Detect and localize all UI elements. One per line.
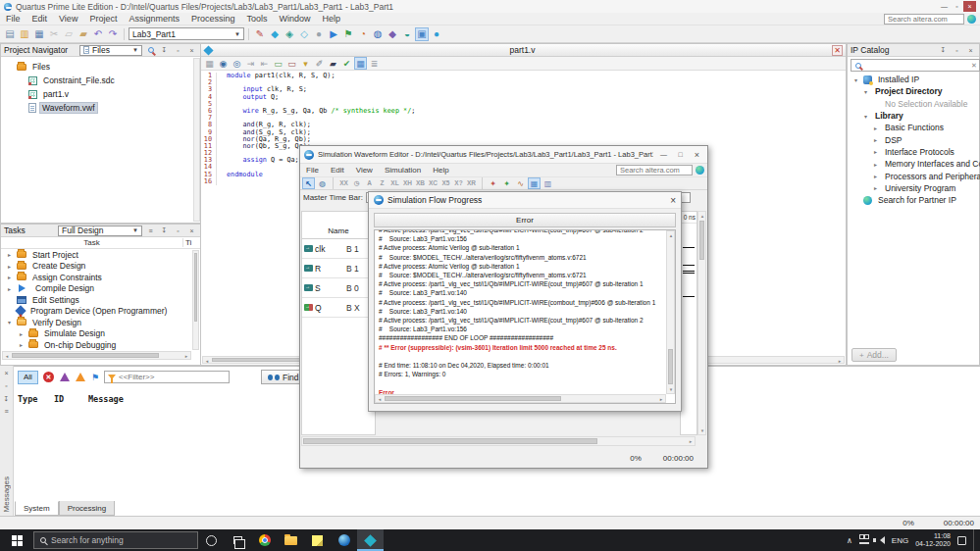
add-ip-button[interactable]: + Add... <box>851 348 897 362</box>
network-icon[interactable] <box>859 537 869 544</box>
float-icon[interactable]: ▫ <box>173 225 183 236</box>
taskbar-app-waveform-editor[interactable] <box>357 529 384 551</box>
save-file-icon[interactable]: ▦ <box>203 57 216 70</box>
signal-row-Q[interactable]: QB X <box>302 298 375 318</box>
globe-icon[interactable] <box>967 15 976 24</box>
tree-item-start-project[interactable]: ▸Start Project <box>1 249 200 261</box>
filter-errors-button[interactable]: ✕ <box>42 371 55 384</box>
tree-item-library[interactable]: ▾Library <box>848 110 979 122</box>
replace-icon[interactable]: ◎ <box>231 57 243 70</box>
undo-icon[interactable]: ↶ <box>91 27 105 41</box>
expand-arrow-icon[interactable]: ▸ <box>6 251 13 258</box>
close-button[interactable]: × <box>691 149 703 160</box>
menu-help[interactable]: Help <box>317 13 347 25</box>
clock[interactable]: 11:08 04-12-2020 <box>915 532 951 548</box>
menu-file[interactable]: File <box>0 13 26 25</box>
altera-search-input[interactable] <box>884 14 964 25</box>
menu-tools[interactable]: Tools <box>240 13 273 25</box>
new-file-icon[interactable]: ▤ <box>3 27 17 41</box>
tree-item-processors-and-peripherals[interactable]: ▸Processors and Peripherals <box>848 170 979 181</box>
expand-arrow-icon[interactable]: ▸ <box>6 285 13 292</box>
filter-all-button[interactable]: All <box>18 371 38 384</box>
close-button[interactable]: × <box>963 1 976 12</box>
tree-item-files[interactable]: Files <box>1 60 200 74</box>
tree-item-program-device-open-programmer-[interactable]: Program Device (Open Programmer) <box>1 306 200 318</box>
chat-icon[interactable]: ● <box>430 27 443 41</box>
tree-item-no-selection-available[interactable]: No Selection Available <box>848 98 979 110</box>
force-value-tool-icon[interactable]: XC <box>427 179 439 187</box>
float-icon[interactable]: ▫ <box>1 380 12 391</box>
eda-netlist-icon[interactable]: ◆ <box>386 27 399 41</box>
signal-row-clk[interactable]: clkB 1 <box>302 239 375 259</box>
uncomment-icon[interactable]: ▭ <box>285 57 298 70</box>
filter-critical-warnings-button[interactable] <box>59 371 71 384</box>
clear-search-icon[interactable]: ✕ <box>971 62 977 70</box>
console-vscrollbar[interactable]: ▴ ▾ <box>666 230 675 394</box>
pin-icon[interactable]: ↧ <box>159 225 170 236</box>
attach-icon[interactable]: ✐ <box>313 57 326 70</box>
tree-item-basic-functions[interactable]: ▸Basic Functions <box>848 122 979 133</box>
signal-row-S[interactable]: SB 0 <box>302 278 375 298</box>
menu-window[interactable]: Window <box>273 13 316 25</box>
force-value-tool-icon[interactable]: X5 <box>439 179 452 187</box>
menu-file[interactable]: File <box>300 164 325 176</box>
expand-arrow-icon[interactable]: ▾ <box>862 113 869 120</box>
analyze-file-icon[interactable]: ✔ <box>340 57 353 70</box>
expand-arrow-icon[interactable]: ▾ <box>6 319 13 326</box>
expand-arrow-icon[interactable]: ▸ <box>872 148 879 155</box>
minimize-button[interactable]: — <box>938 1 951 12</box>
netlist-viewer-icon[interactable]: ● <box>312 27 326 41</box>
dialog-titlebar[interactable]: Simulation Flow Progress × <box>369 192 681 209</box>
float-icon[interactable]: ▫ <box>173 45 183 56</box>
tab-system[interactable]: System <box>15 501 59 516</box>
taskbar-app-quartus[interactable] <box>331 529 357 551</box>
close-dialog-icon[interactable]: × <box>670 195 676 206</box>
code-line[interactable]: 6 wire R_g, S_g, Qa, Qb /* synthesis kee… <box>201 108 846 115</box>
force-value-tool-icon[interactable]: ◷ <box>350 179 363 187</box>
tasks-flow-select[interactable]: Full Design▼ <box>58 225 142 236</box>
assignment-editor-icon[interactable]: ◆ <box>268 27 282 41</box>
altera-search-input[interactable] <box>616 165 693 175</box>
expand-arrow-icon[interactable]: ▸ <box>872 173 879 179</box>
programmer-icon[interactable]: ◍ <box>371 27 385 41</box>
wave-titlebar[interactable]: Simulation Waveform Editor - D:/Intel/Qu… <box>300 146 707 164</box>
close-tab-icon[interactable]: ✕ <box>832 45 843 56</box>
expand-arrow-icon[interactable]: ▾ <box>862 88 869 95</box>
force-value-tool-icon[interactable]: X? <box>452 179 465 187</box>
redo-icon[interactable]: ↷ <box>106 27 120 41</box>
select-tool-icon[interactable]: ↖ <box>302 177 315 189</box>
ip-search-input[interactable] <box>863 61 971 70</box>
expand-arrow-icon[interactable]: ▸ <box>6 274 13 280</box>
force-value-tool-icon[interactable]: XX <box>337 179 350 187</box>
menu-project[interactable]: Project <box>83 13 123 25</box>
analysis-synthesis-icon[interactable]: ⚑ <box>341 27 355 41</box>
find-icon[interactable]: ◉ <box>217 57 230 70</box>
filter-info-button[interactable]: ⚑ <box>90 371 100 384</box>
wave-hscrollbar[interactable]: ▸ <box>301 436 696 446</box>
waveform-icon[interactable]: ∿ <box>514 177 527 189</box>
tree-item-verify-design[interactable]: ▾Verify Design <box>1 317 200 328</box>
code-line[interactable]: 4 output Q; <box>201 94 846 101</box>
tree-item-constraint-file-sdc[interactable]: Constraint_File.sdc <box>1 74 200 87</box>
expand-arrow-icon[interactable]: ▸ <box>872 125 879 131</box>
resource-icon[interactable]: ▣ <box>415 27 429 41</box>
volume-icon[interactable] <box>876 536 885 544</box>
pin-icon[interactable]: ↧ <box>938 45 949 56</box>
expand-arrow-icon[interactable]: ▸ <box>18 330 25 337</box>
tree-item-dsp[interactable]: ▸DSP <box>848 133 979 145</box>
run-simulation-icon[interactable]: ▦ <box>528 177 541 189</box>
minimize-button[interactable]: — <box>657 149 670 160</box>
error-console[interactable]: # Active process: /part1_vlg_vec_tst/i1/… <box>374 229 676 404</box>
tree-item-interface-protocols[interactable]: ▸Interface Protocols <box>848 146 979 158</box>
menu-edit[interactable]: Edit <box>325 164 350 176</box>
taskbar-app-task-view[interactable] <box>225 529 251 551</box>
navigator-mode-select[interactable]: Files▼ <box>79 45 142 56</box>
tree-item-part1-v[interactable]: part1.v <box>1 87 200 101</box>
editor-tab-label[interactable]: part1.v <box>213 45 832 55</box>
tree-item-memory-interfaces-and-controllers[interactable]: ▸Memory Interfaces and Controllers <box>848 158 979 170</box>
tree-item-university-program[interactable]: ▸University Program <box>848 182 979 194</box>
indent-icon[interactable]: ⇥ <box>244 57 257 70</box>
paste-icon[interactable]: ▰ <box>77 27 90 41</box>
waveform-area[interactable]: 0 ns <box>680 211 697 435</box>
settings-pen-icon[interactable]: ✎ <box>253 27 267 41</box>
